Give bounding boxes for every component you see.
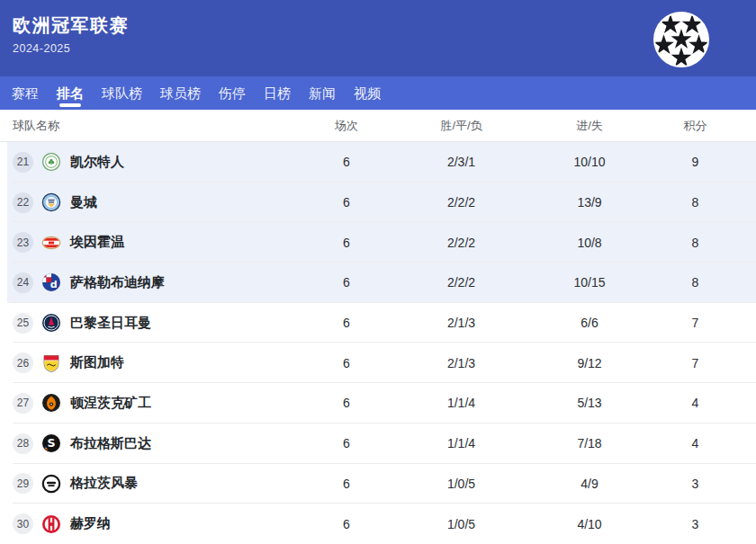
table-row[interactable]: 27 顿涅茨克矿工 6 1/1/4 5/13 4 xyxy=(0,383,756,424)
page-title: 欧洲冠军联赛 xyxy=(13,0,743,38)
team-name[interactable]: 赫罗纳 xyxy=(70,515,111,532)
points-cell: 7 xyxy=(652,316,738,330)
team-cell: 23 埃因霍温 xyxy=(0,232,297,253)
team-cell: 30 赫罗纳 xyxy=(0,513,297,534)
played-cell: 6 xyxy=(297,517,396,531)
goals-cell: 10/10 xyxy=(526,155,652,169)
played-cell: 6 xyxy=(297,236,396,250)
goals-cell: 4/9 xyxy=(526,477,652,491)
rank-badge: 28 xyxy=(13,433,33,454)
goals-cell: 7/18 xyxy=(526,436,652,450)
team-cell: 28 布拉格斯巴达 xyxy=(0,433,297,454)
points-cell: 9 xyxy=(652,155,738,169)
team-cell: 26 斯图加特 xyxy=(0,352,297,373)
team-name[interactable]: 巴黎圣日耳曼 xyxy=(70,315,151,332)
team-name[interactable]: 曼城 xyxy=(70,194,97,211)
wdl-cell: 1/1/4 xyxy=(396,436,526,450)
app-root: 欧洲冠军联赛 2024-2025 赛程排名球队榜球员榜伤停日榜新闻视频 球队名称… xyxy=(0,0,756,544)
goals-cell: 9/12 xyxy=(526,356,652,370)
champions-league-logo-icon xyxy=(652,11,710,68)
team-crest-icon xyxy=(41,272,61,292)
table-row[interactable]: 25 巴黎圣日耳曼 6 2/1/3 6/6 7 xyxy=(0,303,756,343)
tab-player-rankings[interactable]: 球员榜 xyxy=(151,76,210,110)
column-team-name: 球队名称 xyxy=(0,118,297,134)
played-cell: 6 xyxy=(297,436,396,450)
team-cell: 27 顿涅茨克矿工 xyxy=(0,393,297,414)
wdl-cell: 1/0/5 xyxy=(396,477,526,491)
points-cell: 4 xyxy=(652,396,738,410)
table-row[interactable]: 29 格拉茨风暴 6 1/0/5 4/9 3 xyxy=(0,464,756,504)
table-row[interactable]: 23 埃因霍温 6 2/2/2 10/8 8 xyxy=(0,222,756,263)
team-cell: 22 曼城 xyxy=(0,192,297,213)
column-goals-for-against: 进/失 xyxy=(526,118,652,134)
tab-schedule[interactable]: 赛程 xyxy=(3,76,48,110)
points-cell: 3 xyxy=(652,477,738,491)
rank-badge: 26 xyxy=(13,352,33,373)
goals-cell: 6/6 xyxy=(526,316,652,330)
played-cell: 6 xyxy=(297,356,396,370)
team-crest-icon xyxy=(41,353,61,373)
table-row[interactable]: 26 斯图加特 6 2/1/3 9/12 7 xyxy=(0,343,756,383)
played-cell: 6 xyxy=(297,155,396,169)
team-crest-icon xyxy=(41,313,61,333)
tab-video[interactable]: 视频 xyxy=(345,76,390,110)
tab-injuries[interactable]: 伤停 xyxy=(210,76,255,110)
played-cell: 6 xyxy=(297,477,396,491)
tab-news[interactable]: 新闻 xyxy=(300,76,345,110)
team-crest-icon xyxy=(41,514,61,534)
points-cell: 7 xyxy=(652,356,738,370)
team-name[interactable]: 顿涅茨克矿工 xyxy=(70,395,151,412)
table-row[interactable]: 21 凯尔特人 6 2/3/1 10/10 9 xyxy=(0,142,756,183)
column-points: 积分 xyxy=(652,118,738,134)
team-name[interactable]: 格拉茨风暴 xyxy=(70,475,138,492)
tab-daily[interactable]: 日榜 xyxy=(255,76,300,110)
tab-standings[interactable]: 排名 xyxy=(48,76,93,110)
rank-badge: 22 xyxy=(13,192,33,213)
goals-cell: 4/10 xyxy=(526,517,652,531)
played-cell: 6 xyxy=(297,195,396,210)
table-row[interactable]: 22 曼城 6 2/2/2 13/9 8 xyxy=(0,183,756,223)
standings-body: 21 凯尔特人 6 2/3/1 10/10 9 22 曼城 6 2/2/2 13… xyxy=(0,142,756,544)
table-row[interactable]: 30 赫罗纳 6 1/0/5 4/10 3 xyxy=(0,504,756,544)
rank-badge: 25 xyxy=(13,313,33,334)
team-name[interactable]: 凯尔特人 xyxy=(70,154,124,171)
goals-cell: 5/13 xyxy=(526,396,652,410)
season-label: 2024-2025 xyxy=(13,42,743,55)
team-name[interactable]: 萨格勒布迪纳摩 xyxy=(70,274,165,291)
points-cell: 4 xyxy=(652,436,738,450)
team-name[interactable]: 斯图加特 xyxy=(70,354,124,371)
points-cell: 8 xyxy=(652,195,738,210)
wdl-cell: 2/2/2 xyxy=(396,275,526,290)
goals-cell: 13/9 xyxy=(526,195,652,210)
column-win-draw-loss: 胜/平/负 xyxy=(396,118,526,134)
team-cell: 21 凯尔特人 xyxy=(0,152,297,173)
team-name[interactable]: 布拉格斯巴达 xyxy=(70,435,151,452)
table-row[interactable]: 28 布拉格斯巴达 6 1/1/4 7/18 4 xyxy=(0,424,756,464)
wdl-cell: 1/1/4 xyxy=(396,396,526,410)
team-crest-icon xyxy=(41,233,61,253)
team-crest-icon xyxy=(41,474,61,494)
team-cell: 25 巴黎圣日耳曼 xyxy=(0,313,297,334)
played-cell: 6 xyxy=(297,396,396,410)
points-cell: 8 xyxy=(652,275,738,290)
wdl-cell: 1/0/5 xyxy=(396,517,526,531)
played-cell: 6 xyxy=(297,275,396,290)
team-name[interactable]: 埃因霍温 xyxy=(70,234,124,251)
wdl-cell: 2/2/2 xyxy=(396,236,526,250)
points-cell: 8 xyxy=(652,236,738,250)
team-crest-icon xyxy=(41,152,61,172)
wdl-cell: 2/1/3 xyxy=(396,316,526,330)
rank-badge: 21 xyxy=(13,152,33,173)
goals-cell: 10/15 xyxy=(526,275,652,290)
wdl-cell: 2/3/1 xyxy=(396,155,526,169)
rank-badge: 24 xyxy=(13,272,33,293)
wdl-cell: 2/1/3 xyxy=(396,356,526,370)
goals-cell: 10/8 xyxy=(526,236,652,250)
team-crest-icon xyxy=(41,433,61,453)
league-header: 欧洲冠军联赛 2024-2025 xyxy=(0,0,756,76)
column-played: 场次 xyxy=(297,118,396,134)
wdl-cell: 2/2/2 xyxy=(396,195,526,210)
table-row[interactable]: 24 萨格勒布迪纳摩 6 2/2/2 10/15 8 xyxy=(0,263,756,303)
tab-team-rankings[interactable]: 球队榜 xyxy=(93,76,151,110)
table-header: 球队名称 场次 胜/平/负 进/失 积分 xyxy=(0,110,756,142)
